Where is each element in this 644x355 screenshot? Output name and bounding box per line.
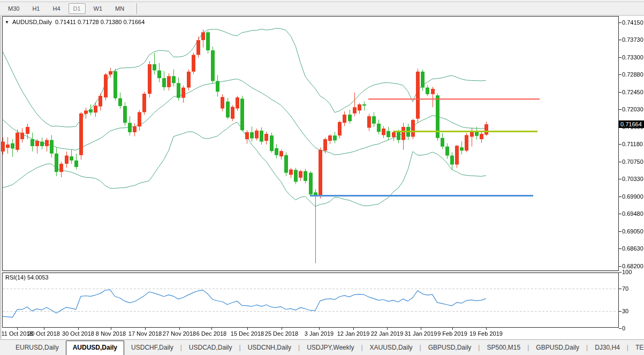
date-axis-label: 25 Dec 2018 bbox=[265, 330, 298, 337]
chart-tab-xauusd-daily[interactable]: XAUUSD,Daily bbox=[363, 341, 420, 355]
price-axis-label: 0.74150 bbox=[622, 19, 643, 26]
date-axis-label: 15 Dec 2018 bbox=[231, 330, 264, 337]
date-axis-label: 31 Jan 2019 bbox=[405, 330, 437, 337]
chart-ohlc-label: 0.71411 0.71728 0.71380 0.71664 bbox=[55, 19, 145, 25]
chart-tab-tech100[interactable]: TECH100 bbox=[628, 341, 644, 355]
date-axis-label: 17 Nov 2018 bbox=[128, 330, 162, 337]
chart-title: ▼ AUDUSD,Daily 0.71411 0.71728 0.71380 0… bbox=[5, 19, 145, 25]
date-axis-label: 8 Nov 2018 bbox=[96, 330, 126, 337]
date-axis-label: 22 Jan 2019 bbox=[371, 330, 404, 337]
mt4-window: M30 H1 H4 D1 W1 MN ▼ AUDUSD,Daily 0.7141… bbox=[0, 0, 644, 355]
rsi-axis-label: 30 bbox=[622, 308, 628, 314]
chart-tab-usdcnh-daily[interactable]: USDCNH,Daily bbox=[241, 341, 298, 355]
price-axis-label: 0.69900 bbox=[622, 193, 643, 200]
price-axis-label: 0.73300 bbox=[622, 54, 643, 61]
chart-tab-eurusd-daily[interactable]: EURUSD,Daily bbox=[9, 341, 66, 355]
chart-symbol-label: AUDUSD,Daily bbox=[12, 19, 52, 25]
chart-tab-audusd-daily[interactable]: AUDUSD,Daily bbox=[66, 341, 124, 355]
price-axis-label: 0.70330 bbox=[622, 176, 643, 182]
price-axis-label: 0.72880 bbox=[622, 71, 643, 78]
chart-tab-usdjpy-weekly[interactable]: USDJPY,Weekly bbox=[300, 341, 361, 355]
price-axis-label: 0.70750 bbox=[622, 158, 643, 165]
chart-tab-gbpusd-daily[interactable]: GBPUSD,Daily bbox=[421, 341, 479, 355]
price-axis-label: 0.68630 bbox=[622, 245, 643, 252]
chart-tab-sp500-m15[interactable]: SP500,M15 bbox=[480, 341, 527, 355]
chart-tab-gbpusd-daily[interactable]: GBPUSD,Daily bbox=[529, 341, 586, 355]
date-axis-label: 9 Feb 2019 bbox=[437, 330, 467, 337]
date-axis-label: 20 Oct 2018 bbox=[28, 330, 60, 337]
price-axis-label: 0.71180 bbox=[622, 141, 643, 147]
price-axis-label: 0.72450 bbox=[622, 89, 643, 95]
price-axis-label: 0.72030 bbox=[622, 106, 643, 112]
current-price-badge: 0.71664 bbox=[619, 120, 644, 128]
rsi-axis-label: 100 bbox=[622, 269, 632, 275]
date-axis-label: 30 Oct 2018 bbox=[62, 330, 94, 337]
date-axis-label: 27 Nov 2018 bbox=[163, 330, 196, 337]
chart-tab-bar: EURUSD,DailyAUDUSD,DailyUSDCHF,Daily|USD… bbox=[0, 341, 644, 355]
date-axis-label: 12 Jan 2019 bbox=[337, 330, 370, 337]
chart-canvas[interactable] bbox=[0, 0, 644, 355]
rsi-indicator-label: RSI(14) 54.0053 bbox=[5, 274, 49, 281]
rsi-axis-label: 0 bbox=[622, 325, 625, 331]
chart-tab-usdcad-daily[interactable]: USDCAD,Daily bbox=[182, 341, 239, 355]
date-axis-label: 19 Feb 2019 bbox=[469, 330, 503, 337]
collapse-triangle-icon[interactable]: ▼ bbox=[5, 20, 9, 25]
chart-tab-usdchf-daily[interactable]: USDCHF,Daily bbox=[124, 341, 180, 355]
chart-tab-dj30-h4[interactable]: DJ30,H4 bbox=[588, 341, 627, 355]
price-axis-label: 0.69480 bbox=[622, 210, 643, 217]
rsi-axis-label: 70 bbox=[622, 285, 628, 292]
date-axis-label: 6 Dec 2018 bbox=[196, 330, 226, 337]
price-axis-label: 0.73730 bbox=[622, 36, 643, 43]
date-axis-label: 3 Jan 2019 bbox=[305, 330, 334, 337]
price-axis-label: 0.69050 bbox=[622, 228, 643, 235]
